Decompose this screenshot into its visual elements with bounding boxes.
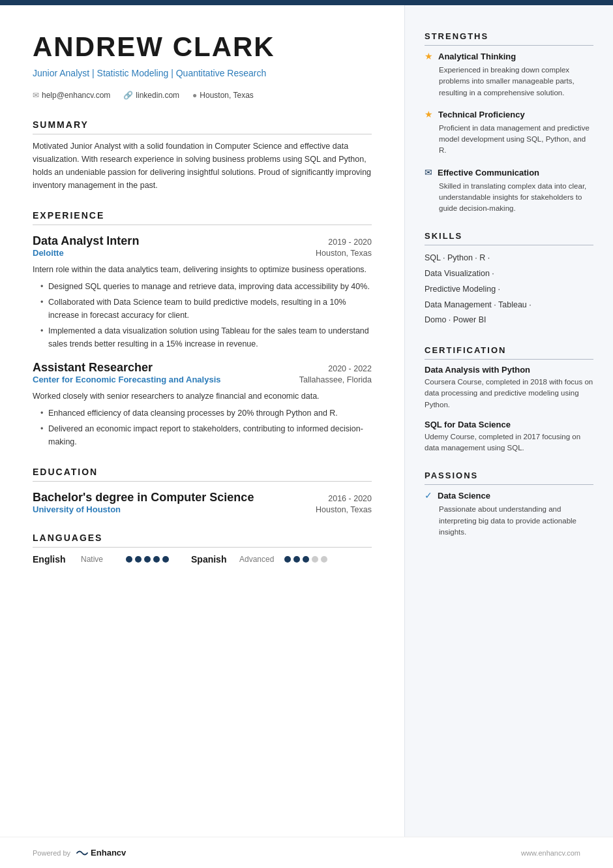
- dot: [153, 556, 160, 563]
- cert-2-desc: Udemy Course, completed in 2017 focusing…: [425, 431, 593, 454]
- right-column: STRENGTHS ★ Analytical Thinking Experien…: [404, 5, 613, 837]
- left-column: ANDREW CLARK Junior Analyst | Statistic …: [0, 5, 404, 837]
- header: ANDREW CLARK Junior Analyst | Statistic …: [33, 31, 372, 100]
- lang-spanish-level: Advanced: [239, 555, 275, 564]
- location-value: Houston, Texas: [200, 91, 254, 100]
- education-title: EDUCATION: [33, 467, 372, 482]
- lang-english-level: Native: [81, 555, 117, 564]
- edu-dates: 2016 - 2020: [328, 494, 372, 503]
- cert-2-name: SQL for Data Science: [425, 420, 593, 429]
- job-2-location: Tallahassee, Florida: [299, 375, 372, 384]
- dot: [312, 556, 318, 563]
- location-contact: ● Houston, Texas: [192, 91, 254, 100]
- footer-left: Powered by Enhancv: [33, 848, 126, 858]
- strength-technical-name: Technical Proficiency: [438, 110, 525, 119]
- summary-title: SUMMARY: [33, 119, 372, 134]
- skill-row: Domo · Power BI: [425, 313, 593, 328]
- summary-text: Motivated Junior Analyst with a solid fo…: [33, 140, 372, 192]
- job-2-desc: Worked closely with senior researchers t…: [33, 390, 372, 403]
- experience-title: EXPERIENCE: [33, 210, 372, 225]
- strength-communication-name: Effective Communication: [438, 168, 539, 178]
- strength-technical: ★ Technical Proficiency Proficient in da…: [425, 109, 593, 157]
- cert-2: SQL for Data Science Udemy Course, compl…: [425, 420, 593, 454]
- candidate-name: ANDREW CLARK: [33, 31, 372, 63]
- dot: [162, 556, 169, 563]
- bullet-item: Designed SQL queries to manage and retri…: [40, 280, 372, 293]
- degree-title: Bachelor's degree in Computer Science: [33, 491, 254, 504]
- dot: [321, 556, 327, 563]
- skill-row: Predictive Modeling ·: [425, 282, 593, 298]
- languages-section: LANGUAGES English Native Spanish Advance…: [33, 533, 372, 565]
- cert-1: Data Analysis with Python Coursera Cours…: [425, 365, 593, 411]
- skills-section: SKILLS SQL · Python · R · Data Visualiza…: [425, 231, 593, 328]
- strength-analytical-desc: Experienced in breaking down complex pro…: [425, 65, 593, 99]
- strength-communication: ✉ Effective Communication Skilled in tra…: [425, 167, 593, 215]
- lang-spanish-name: Spanish: [191, 554, 230, 565]
- bullet-item: Collaborated with Data Science team to b…: [40, 296, 372, 322]
- certification-title: CERTIFICATION: [425, 345, 593, 360]
- footer-url: www.enhancv.com: [521, 849, 580, 857]
- certification-section: CERTIFICATION Data Analysis with Python …: [425, 345, 593, 454]
- logo-icon: [76, 848, 89, 858]
- school-name: University of Houston: [33, 504, 121, 514]
- job-2-dates: 2020 - 2022: [328, 364, 372, 373]
- star-icon: ★: [425, 109, 433, 120]
- enhancv-logo: Enhancv: [76, 848, 126, 858]
- bullet-item: Enhanced efficiency of data cleansing pr…: [40, 407, 372, 420]
- job-1-location: Houston, Texas: [316, 249, 372, 258]
- star-icon: ★: [425, 51, 433, 62]
- email-icon: ✉: [33, 91, 39, 100]
- passion-1: ✓ Data Science Passionate about understa…: [425, 490, 593, 538]
- checkmark-icon: ✓: [425, 490, 432, 501]
- job-1: Data Analyst Intern 2019 - 2020 Deloitte…: [33, 234, 372, 350]
- cert-1-name: Data Analysis with Python: [425, 365, 593, 375]
- contact-line: ✉ help@enhancv.com 🔗 linkedin.com ● Hous…: [33, 91, 372, 100]
- bullet-item: Implemented a data visualization solutio…: [40, 324, 372, 350]
- linkedin-value: linkedin.com: [136, 91, 179, 100]
- skills-title: SKILLS: [425, 231, 593, 245]
- strengths-title: STRENGTHS: [425, 31, 593, 46]
- lang-english-name: English: [33, 554, 72, 565]
- skill-row: Data Management · Tableau ·: [425, 298, 593, 313]
- strengths-section: STRENGTHS ★ Analytical Thinking Experien…: [425, 31, 593, 214]
- dot: [293, 556, 300, 563]
- cert-1-desc: Coursera Course, completed in 2018 with …: [425, 377, 593, 411]
- strength-analytical-name: Analytical Thinking: [438, 52, 516, 61]
- job-1-desc: Intern role within the data analytics te…: [33, 263, 372, 276]
- experience-section: EXPERIENCE Data Analyst Intern 2019 - 20…: [33, 210, 372, 448]
- job-2: Assistant Researcher 2020 - 2022 Center …: [33, 361, 372, 448]
- bullet-item: Delivered an economic impact report to s…: [40, 422, 372, 448]
- skill-row: Data Visualization ·: [425, 266, 593, 282]
- skills-list: SQL · Python · R · Data Visualization · …: [425, 251, 593, 328]
- dot: [126, 556, 132, 563]
- job-2-company: Center for Economic Forecasting and Anal…: [33, 375, 220, 384]
- linkedin-contact: 🔗 linkedin.com: [123, 91, 179, 100]
- email-contact: ✉ help@enhancv.com: [33, 91, 110, 100]
- job-1-company: Deloitte: [33, 248, 64, 258]
- lang-english-dots: [126, 556, 169, 563]
- education-section: EDUCATION Bachelor's degree in Computer …: [33, 467, 372, 514]
- powered-by-label: Powered by: [33, 849, 70, 857]
- strength-communication-desc: Skilled in translating complex data into…: [425, 181, 593, 215]
- languages-title: LANGUAGES: [33, 533, 372, 548]
- job-2-title: Assistant Researcher: [33, 361, 153, 375]
- footer: Powered by Enhancv www.enhancv.com: [0, 837, 613, 868]
- edu-location: Houston, Texas: [316, 505, 372, 514]
- job-1-title: Data Analyst Intern: [33, 234, 139, 248]
- dot: [284, 556, 291, 563]
- candidate-title: Junior Analyst | Statistic Modeling | Qu…: [33, 67, 372, 80]
- top-bar: [0, 0, 613, 5]
- dot: [303, 556, 309, 563]
- passion-1-name: Data Science: [438, 491, 490, 501]
- dot: [135, 556, 142, 563]
- linkedin-icon: 🔗: [123, 91, 133, 100]
- languages-row: English Native Spanish Advanced: [33, 554, 372, 565]
- strength-technical-desc: Proficient in data management and predic…: [425, 123, 593, 157]
- job-2-bullets: Enhanced efficiency of data cleansing pr…: [33, 407, 372, 448]
- email-value: help@enhancv.com: [42, 91, 110, 100]
- communication-icon: ✉: [425, 167, 432, 178]
- passions-title: PASSIONS: [425, 471, 593, 485]
- dot: [144, 556, 151, 563]
- lang-spanish-dots: [284, 556, 327, 563]
- passions-section: PASSIONS ✓ Data Science Passionate about…: [425, 471, 593, 538]
